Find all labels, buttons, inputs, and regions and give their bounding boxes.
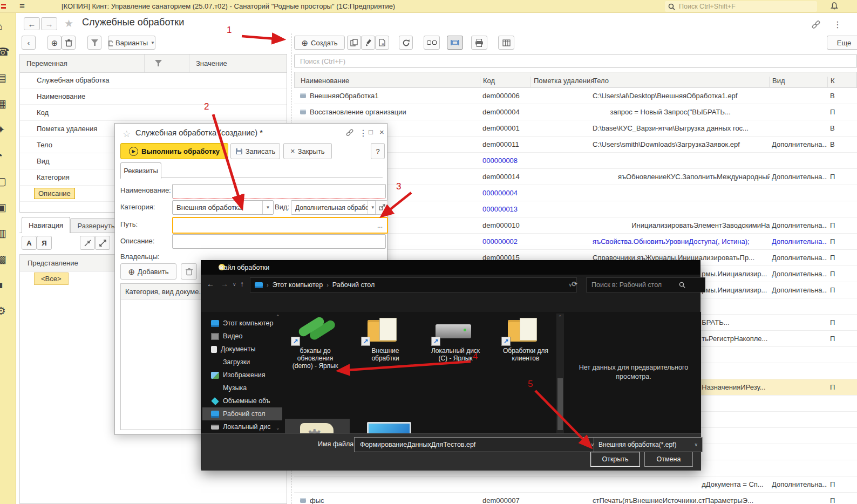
expand-all-button[interactable] bbox=[95, 236, 110, 250]
tree-item[interactable]: Видео bbox=[202, 330, 282, 343]
tree-item[interactable]: Рабочий стол bbox=[202, 407, 282, 420]
collapse-all-button[interactable] bbox=[80, 236, 95, 250]
selected-file-tile[interactable]: ⚙ ↪ Форми Данных ов bbox=[285, 419, 350, 433]
sidebar-item[interactable]: ☎ bbox=[0, 39, 16, 65]
history-back-button[interactable]: ← bbox=[24, 17, 40, 30]
variable-row[interactable]: Служебная обработка bbox=[20, 72, 287, 88]
run-processing-button[interactable]: ▶ Выполнить обработку bbox=[120, 143, 228, 159]
file-tile[interactable]: ↗ Внешние обрабтки bbox=[353, 315, 417, 370]
history-forward-button[interactable]: → bbox=[41, 17, 57, 30]
pc-shortcut-tile[interactable]: ↗ bbox=[351, 421, 421, 433]
sidebar-item[interactable]: ▥ bbox=[0, 220, 16, 246]
column-category[interactable]: К bbox=[831, 77, 835, 85]
global-search-input[interactable] bbox=[678, 2, 804, 11]
category-select[interactable]: Внешняя обработка ▼ bbox=[172, 200, 274, 215]
print-button[interactable] bbox=[471, 36, 487, 50]
sort-asc-button[interactable]: А bbox=[22, 236, 37, 250]
list-search[interactable] bbox=[294, 54, 857, 68]
filename-combobox[interactable]: ∨ bbox=[354, 437, 599, 452]
list-item[interactable]: ВнешняяОбработка1 dem000006 C:\Users\al\… bbox=[294, 88, 857, 104]
sidebar-item[interactable]: ▢ bbox=[0, 168, 16, 194]
edit-button[interactable] bbox=[361, 36, 375, 50]
list-search-input[interactable] bbox=[299, 57, 852, 66]
column-name[interactable]: Наименование bbox=[301, 77, 349, 85]
tree-item[interactable]: Этот компьютер bbox=[202, 317, 282, 330]
list-item[interactable]: дДокумента = Сп... Дополнительна... П bbox=[294, 476, 857, 493]
file-list-scrollbar[interactable]: ⌃ bbox=[556, 314, 564, 433]
add-owner-button[interactable]: ⊕Добавить bbox=[120, 263, 176, 280]
tree-item[interactable]: Загрузки bbox=[202, 356, 282, 369]
copy-button[interactable] bbox=[347, 36, 361, 50]
sidebar-item[interactable]: ▦ bbox=[0, 91, 16, 117]
chevron-down-icon[interactable]: ∨ bbox=[233, 282, 236, 287]
open-value-button[interactable] bbox=[375, 200, 388, 215]
link-icon[interactable] bbox=[346, 129, 353, 137]
file-dialog-search[interactable] bbox=[586, 277, 705, 292]
chevron-down-icon[interactable]: ▼ bbox=[262, 201, 273, 214]
tree-item[interactable]: Изображения bbox=[202, 369, 282, 382]
back-icon[interactable]: ← bbox=[207, 280, 214, 288]
column-code[interactable]: Код bbox=[483, 77, 495, 85]
list-item[interactable]: фыс dem000007 стПечать(яъВнешниеИсточник… bbox=[294, 493, 857, 504]
help-button[interactable]: ? bbox=[371, 143, 385, 159]
breadcrumb-computer[interactable]: Этот компьютер bbox=[273, 281, 323, 289]
delete-button[interactable] bbox=[62, 36, 76, 50]
tab-navigation[interactable]: Навигация bbox=[22, 217, 70, 233]
tree-item[interactable]: Локальный дис bbox=[202, 420, 282, 433]
column-deletion[interactable]: Пометка удаления bbox=[534, 77, 594, 85]
filter-icon[interactable] bbox=[154, 59, 162, 67]
more-menu-icon[interactable]: ⋮ bbox=[833, 19, 842, 30]
link-mode-button[interactable] bbox=[424, 36, 440, 50]
sidebar-item[interactable]: ✦ bbox=[0, 117, 16, 142]
global-search[interactable] bbox=[665, 1, 817, 12]
mark-deletion-button[interactable]: × bbox=[375, 36, 389, 50]
vid-select[interactable]: Дополнительная обработка ▼ bbox=[291, 200, 378, 215]
scroll-up-icon[interactable]: ⌃ bbox=[558, 315, 562, 320]
set-interval-button[interactable] bbox=[447, 36, 463, 50]
breadcrumb-desktop[interactable]: Рабочий стол bbox=[332, 281, 375, 289]
open-button[interactable]: Открыть bbox=[590, 452, 640, 467]
bell-icon[interactable] bbox=[830, 2, 839, 10]
sidebar-item[interactable]: ⌂ bbox=[0, 13, 16, 39]
hamburger-icon[interactable]: ≡ bbox=[19, 1, 25, 12]
sidebar-item[interactable]: ⚙ bbox=[0, 298, 16, 324]
list-item[interactable]: Восстановление организации dem000004 зап… bbox=[294, 104, 857, 120]
restore-window-icon[interactable]: □ bbox=[369, 128, 373, 136]
tree-item[interactable]: Музыка bbox=[202, 382, 282, 394]
name-field[interactable] bbox=[172, 184, 386, 199]
tree-item[interactable]: Объемные объ bbox=[202, 394, 282, 407]
close-icon[interactable]: × bbox=[379, 127, 384, 137]
create-button[interactable]: ⊕Создать bbox=[294, 36, 345, 50]
tree-item[interactable]: Документы bbox=[202, 343, 282, 356]
refresh-button[interactable] bbox=[399, 36, 413, 50]
column-body[interactable]: Тело bbox=[593, 77, 609, 85]
favorite-star-icon[interactable]: ★ bbox=[64, 17, 73, 30]
description-field[interactable] bbox=[172, 234, 386, 249]
variable-row[interactable]: Наименование bbox=[20, 88, 287, 105]
column-vid[interactable]: Вид bbox=[772, 77, 785, 85]
refresh-icon[interactable]: ⟳ bbox=[572, 280, 577, 288]
forward-icon[interactable]: → bbox=[221, 280, 228, 288]
table-view-button[interactable] bbox=[498, 36, 514, 50]
sidebar-item[interactable]: ◔ bbox=[0, 142, 16, 168]
breadcrumb[interactable]: › Этот компьютер › Рабочий стол ∨ bbox=[250, 277, 577, 292]
browse-button[interactable]: ... bbox=[375, 220, 385, 230]
filter-button[interactable] bbox=[87, 36, 101, 50]
sidebar-item[interactable]: ■ bbox=[0, 272, 16, 298]
collapse-panel-button[interactable]: ‹ bbox=[22, 36, 36, 50]
variable-row[interactable]: Код bbox=[20, 105, 287, 121]
up-icon[interactable]: ↑ bbox=[240, 280, 244, 288]
scroll-down-icon[interactable]: ⌄ bbox=[276, 425, 280, 431]
close-icon[interactable]: ✕ bbox=[219, 264, 696, 272]
more-menu-icon[interactable]: ⋮ bbox=[359, 128, 368, 138]
save-button[interactable]: Записать bbox=[230, 143, 280, 159]
favorite-star-icon[interactable]: ☆ bbox=[123, 128, 131, 140]
path-field[interactable]: ... bbox=[172, 217, 388, 234]
cancel-button[interactable]: Отмена bbox=[644, 452, 693, 467]
sidebar-item[interactable]: ▣ bbox=[0, 194, 16, 220]
sidebar-item[interactable]: ▤ bbox=[0, 65, 16, 91]
add-button[interactable]: ⊕ bbox=[47, 36, 62, 50]
file-tile[interactable]: ↗ бэкапы до обновления (demo) - Ярлык bbox=[283, 315, 347, 370]
filename-input[interactable] bbox=[359, 440, 566, 449]
sidebar-item[interactable]: ▩ bbox=[0, 246, 16, 272]
